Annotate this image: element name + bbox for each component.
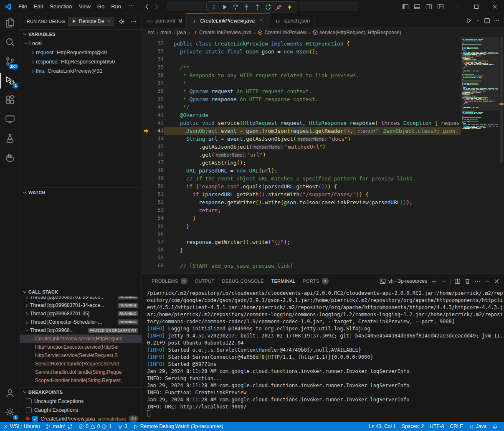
layout-panel-icon[interactable] (412, 2, 422, 12)
maximize-window-button[interactable] (467, 0, 486, 13)
status-indentation[interactable]: Spaces: 2 (399, 422, 427, 431)
code-line[interactable]: 50 if ("example.com".equals(parsedURL.ge… (142, 183, 461, 190)
code-line[interactable]: 44 String url = event.getAsJsonObject(me… (142, 135, 461, 143)
panel-tab-debug-console[interactable]: DEBUG CONSOLE (218, 274, 268, 288)
status-language-mode[interactable]: {}Java (466, 422, 489, 431)
split-editor-icon[interactable] (454, 278, 461, 284)
more-menu-button[interactable] (124, 1, 138, 12)
status-encoding[interactable]: UTF-8 (427, 422, 447, 431)
step-into-button[interactable] (241, 2, 252, 12)
code-line[interactable]: 34 (142, 56, 461, 63)
code-line[interactable]: 33 private static final Gson gson = new … (142, 48, 461, 56)
code-line[interactable]: 41 @Override (142, 111, 461, 119)
editor-scrollbar[interactable] (499, 37, 504, 274)
close-window-button[interactable] (486, 0, 504, 13)
menu-edit[interactable]: Edit (30, 2, 46, 11)
layout-sidebar-icon[interactable] (400, 2, 410, 12)
status-eol[interactable]: CRLF (447, 422, 466, 431)
activity-item-accounts[interactable] (0, 383, 20, 403)
call-stack-thread[interactable]: Thread [qtp399683701-34-acce...RUNNING (20, 301, 142, 309)
panel-tab-output[interactable]: OUTPUT (191, 274, 218, 288)
variable-row[interactable]: response:HttpResponseImpl@50 (20, 57, 142, 66)
call-stack-thread[interactable]: Thread [qtp39968...PAUSED ON BREAKPOINT (20, 326, 142, 335)
minimize-window-button[interactable] (449, 0, 467, 13)
activity-item-search[interactable] (0, 33, 20, 52)
breadcrumb-item[interactable]: main (160, 30, 171, 35)
status-forwarded-ports[interactable]: 3 (114, 422, 130, 431)
breadcrumb-item[interactable]: java (177, 30, 186, 35)
code-line[interactable]: 47 .getAsString(); (142, 159, 461, 167)
section-header-breakpoints[interactable]: BREAKPOINTS (20, 388, 142, 397)
nav-back-icon[interactable] (144, 3, 150, 10)
code-line[interactable]: 32public class CreateLinkPreview impleme… (142, 40, 461, 48)
code-line[interactable]: 53 return; (142, 206, 461, 214)
more-actions-icon[interactable] (129, 17, 138, 26)
activity-item-docker[interactable] (0, 148, 20, 167)
ellipsis-icon[interactable] (474, 278, 481, 284)
variables-scope[interactable]: Local (20, 39, 142, 48)
chevron-right-icon[interactable] (23, 310, 30, 317)
code-line[interactable]: 56 (142, 230, 461, 238)
menu-selection[interactable]: Selection (46, 2, 75, 11)
menu-file[interactable]: File (15, 2, 30, 11)
code-line[interactable]: 36 * Responds to any HTTP request relate… (142, 71, 461, 79)
code-line[interactable]: 59 (142, 254, 461, 262)
call-stack-frame[interactable]: ScopedHandler.handle(String,Request, (20, 376, 142, 385)
code-line[interactable]: 58 } (142, 246, 461, 254)
menu-run[interactable]: Run (108, 2, 124, 11)
debug-config-picker[interactable]: Remote De (68, 17, 114, 26)
call-stack-frame[interactable]: CreateLinkPreview.service(HttpReques (20, 335, 142, 343)
continue-button[interactable] (219, 2, 230, 12)
layout-customize-icon[interactable] (436, 2, 446, 12)
code-line[interactable]: 43 JsonObject event = gson.fromJson(requ… (142, 127, 461, 135)
gear-icon[interactable] (117, 17, 126, 26)
code-line[interactable]: 51 if (parsedURL.getPath().startsWith("/… (142, 190, 461, 198)
chevron-right-icon[interactable] (23, 297, 30, 300)
step-out-button[interactable] (252, 2, 263, 12)
call-stack-frame[interactable]: HttpServlet.service(ServletRequest,S (20, 351, 142, 360)
status-notifications[interactable] (489, 422, 501, 431)
breakpoint-row[interactable]: Uncaught Exceptions (20, 397, 142, 406)
terminal-picker[interactable]: sh - 3p-resources (380, 278, 427, 284)
close-icon[interactable] (259, 18, 266, 24)
code-line[interactable]: 42 public void service(HttpRequest reque… (142, 119, 461, 127)
chevron-right-icon[interactable] (23, 319, 30, 325)
terminal-output[interactable]: /pierrick/.m2/repository/io/cloudevents/… (142, 288, 504, 422)
breadcrumb-item[interactable]: JCreateLinkPreview.java (192, 30, 251, 35)
chevron-up-icon[interactable] (484, 279, 490, 284)
panel-tab-terminal[interactable]: TERMINAL (267, 274, 299, 288)
panel-tab-ports[interactable]: PORTS3 (299, 274, 332, 288)
chevron-right-icon[interactable] (29, 58, 36, 65)
status-git-branch[interactable]: main* (43, 422, 76, 431)
code-line[interactable]: 37 * (142, 79, 461, 87)
code-line[interactable]: 39 * @param response An HTTP response co… (142, 95, 461, 103)
code-line[interactable]: 55 } (142, 222, 461, 230)
editor-tab-pom-xml[interactable]: </>pom.xmlM (142, 13, 187, 28)
activity-item-run-and-debug[interactable]: 1 (0, 71, 20, 90)
code-line[interactable]: 54 } (142, 214, 461, 222)
editor-tab-createlinkpreview-java[interactable]: JCreateLinkPreview.java (187, 13, 270, 28)
code-line[interactable]: 45 .getAsJsonObject(memberName:"matchedU… (142, 143, 461, 151)
code-line[interactable]: 60 // [START add_ons_case_preview_link] (142, 262, 461, 270)
chevron-right-icon[interactable] (23, 302, 30, 309)
restart-button[interactable] (263, 2, 274, 12)
step-over-button[interactable] (230, 2, 241, 12)
breakpoint-row[interactable]: Caught Exceptions (20, 406, 142, 414)
trash-icon[interactable] (464, 278, 471, 284)
code-line[interactable]: 48 URL parsedURL = new URL(url); (142, 167, 461, 175)
section-header-watch[interactable]: WATCH (20, 188, 142, 197)
status-debug-status[interactable]: Remote Debug Watch (3p-resources) (130, 422, 226, 431)
call-stack-thread[interactable]: Thread [qtp399683701-33-acce...RUNNING (20, 297, 142, 301)
code-line[interactable]: 57 response.getWriter().write("{}"); (142, 238, 461, 246)
plus-icon[interactable] (431, 278, 437, 284)
disconnect-button[interactable] (274, 2, 284, 12)
call-stack-frame[interactable]: ServletHandler.doHandle(String,Reque (20, 368, 142, 376)
chevron-down-icon[interactable] (476, 18, 481, 23)
activity-item-source-control[interactable]: 1K+ (0, 52, 20, 71)
activity-item-extensions[interactable] (0, 90, 20, 109)
activity-item-testing[interactable] (0, 129, 20, 148)
section-header-variables[interactable]: VARIABLES (20, 30, 142, 39)
code-line[interactable]: 35 /** (142, 63, 461, 71)
chevron-right-icon[interactable] (29, 49, 36, 56)
status-cursor-position[interactable]: Ln 43, Col 1 (366, 422, 399, 431)
